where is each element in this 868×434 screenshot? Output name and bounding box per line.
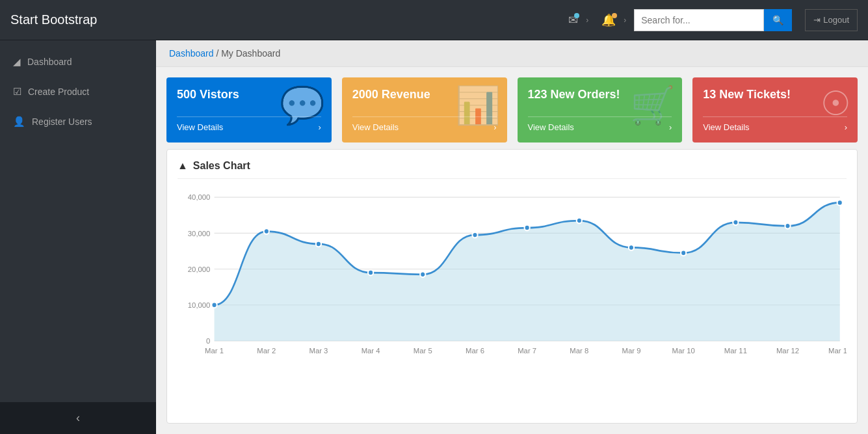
sidebar-item-register-users[interactable]: 👤 Register Users (0, 107, 156, 137)
revenue-card-title: 2000 Revenue (352, 88, 497, 102)
svg-text:Mar 9: Mar 9 (622, 347, 641, 355)
svg-text:Mar 4: Mar 4 (362, 347, 380, 355)
svg-point-10 (211, 302, 217, 308)
revenue-view-details: View Details (352, 122, 399, 132)
visitors-chevron-icon: › (318, 122, 321, 132)
svg-point-16 (525, 225, 530, 231)
svg-text:20,000: 20,000 (188, 265, 211, 273)
top-navbar: Start Bootstrap ✉ › 🔔 › 🔍 ⇥ Logout (0, 0, 868, 40)
svg-text:Mar 6: Mar 6 (466, 347, 484, 355)
svg-text:Mar 1: Mar 1 (205, 347, 224, 355)
svg-text:Mar 10: Mar 10 (672, 347, 695, 355)
mail-button[interactable]: ✉ (563, 10, 583, 30)
visitors-view-details: View Details (177, 122, 223, 132)
breadcrumb-current: My Dashboard (221, 48, 280, 59)
svg-point-14 (420, 272, 425, 278)
visitors-card: 500 Vistors 💬 View Details › (166, 77, 332, 142)
visitors-card-title: 500 Vistors (177, 88, 321, 102)
register-users-icon: 👤 (13, 116, 25, 128)
breadcrumb: Dashboard / My Dashboard (156, 40, 868, 67)
visitors-card-footer[interactable]: View Details › (177, 116, 321, 132)
revenue-card: 2000 Revenue 📊 View Details › (342, 77, 507, 142)
logout-label: Logout (823, 15, 849, 25)
search-form: 🔍 (634, 9, 792, 31)
chart-container: 010,00020,00030,00040,000Mar 1Mar 2Mar 3… (178, 187, 847, 369)
sidebar-item-label: Create Product (28, 87, 89, 97)
svg-text:Mar 5: Mar 5 (414, 347, 432, 355)
svg-text:Mar 12: Mar 12 (776, 347, 799, 355)
breadcrumb-home[interactable]: Dashboard (169, 48, 214, 59)
revenue-card-footer[interactable]: View Details › (352, 116, 497, 132)
chart-title-text: Sales Chart (193, 160, 250, 172)
brand-logo: Start Bootstrap (10, 12, 166, 27)
sidebar: ◢ Dashboard ☑ Create Product 👤 Register … (0, 40, 156, 434)
bell-button[interactable]: 🔔 (596, 10, 621, 30)
svg-point-15 (472, 232, 477, 238)
svg-point-22 (837, 200, 843, 206)
svg-text:Mar 2: Mar 2 (257, 347, 276, 355)
tickets-card-title: 13 New Tickets! (703, 88, 847, 102)
svg-text:0: 0 (206, 337, 210, 345)
svg-text:30,000: 30,000 (188, 229, 211, 237)
tickets-chevron-icon: › (845, 122, 847, 132)
main-layout: ◢ Dashboard ☑ Create Product 👤 Register … (0, 40, 868, 434)
svg-text:Mar 13: Mar 13 (828, 347, 847, 355)
svg-point-21 (785, 223, 790, 229)
navbar-right: ✉ › 🔔 › 🔍 ⇥ Logout (563, 9, 858, 31)
search-input[interactable] (634, 9, 764, 31)
orders-chevron-icon: › (669, 122, 672, 132)
sales-chart: 010,00020,00030,00040,000Mar 1Mar 2Mar 3… (178, 187, 847, 369)
svg-text:Mar 7: Mar 7 (518, 347, 536, 355)
sidebar-item-dashboard[interactable]: ◢ Dashboard (0, 47, 156, 77)
chart-section: ▲ Sales Chart 010,00020,00030,00040,000M… (166, 149, 858, 424)
cards-row: 500 Vistors 💬 View Details › 2000 Revenu… (156, 67, 868, 149)
logout-icon: ⇥ (813, 15, 821, 25)
logout-button[interactable]: ⇥ Logout (805, 9, 858, 31)
svg-point-17 (577, 218, 582, 224)
orders-view-details: View Details (528, 122, 574, 132)
tickets-view-details: View Details (703, 122, 749, 132)
svg-text:10,000: 10,000 (188, 301, 211, 309)
tickets-card: 13 New Tickets! ☉ View Details › (692, 77, 858, 142)
svg-point-11 (264, 228, 269, 234)
sidebar-collapse-button[interactable]: ‹ (0, 402, 156, 434)
mail-chevron-icon: › (586, 16, 588, 25)
sidebar-item-label: Register Users (32, 116, 92, 127)
bell-badge (612, 13, 617, 18)
svg-text:40,000: 40,000 (188, 193, 211, 201)
orders-card-title: 123 New Orders! (528, 88, 672, 102)
revenue-chevron-icon: › (493, 122, 496, 132)
svg-point-13 (368, 270, 373, 276)
chart-icon: ▲ (178, 160, 188, 172)
bell-chevron-icon: › (624, 16, 626, 25)
tickets-card-footer[interactable]: View Details › (703, 116, 847, 132)
breadcrumb-separator: / (216, 48, 221, 59)
svg-text:Mar 8: Mar 8 (570, 347, 588, 355)
chart-title: ▲ Sales Chart (178, 160, 847, 179)
collapse-icon: ‹ (76, 411, 80, 424)
dashboard-icon: ◢ (13, 56, 21, 68)
svg-point-19 (681, 250, 686, 256)
mail-badge (574, 13, 579, 18)
search-button[interactable]: 🔍 (764, 9, 792, 31)
svg-point-18 (629, 245, 634, 251)
svg-point-20 (733, 219, 738, 225)
content-area: Dashboard / My Dashboard 500 Vistors 💬 V… (156, 40, 868, 434)
sidebar-item-label: Dashboard (27, 57, 72, 67)
sidebar-item-create-product[interactable]: ☑ Create Product (0, 77, 156, 107)
orders-card: 123 New Orders! 🛒 View Details › (518, 77, 683, 142)
svg-text:Mar 11: Mar 11 (724, 347, 747, 355)
svg-text:Mar 3: Mar 3 (309, 347, 328, 355)
orders-card-footer[interactable]: View Details › (528, 116, 672, 132)
svg-point-12 (316, 241, 321, 247)
create-product-icon: ☑ (13, 86, 21, 98)
